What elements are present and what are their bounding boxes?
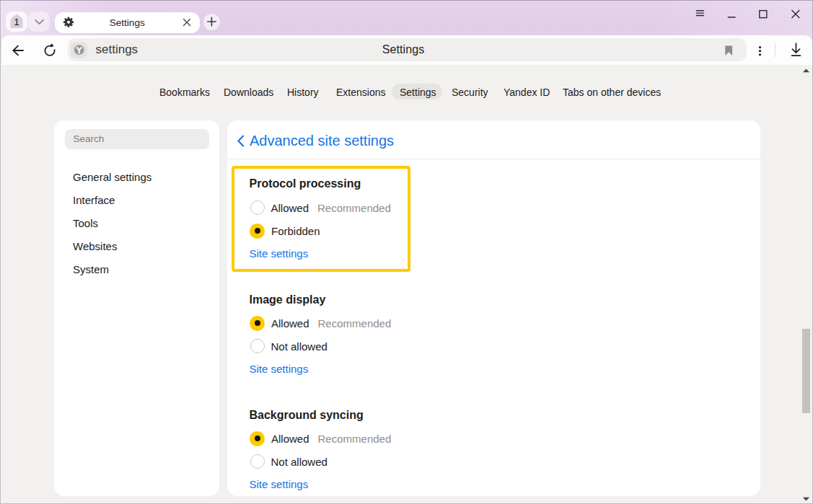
svg-text:1: 1 (14, 17, 19, 27)
